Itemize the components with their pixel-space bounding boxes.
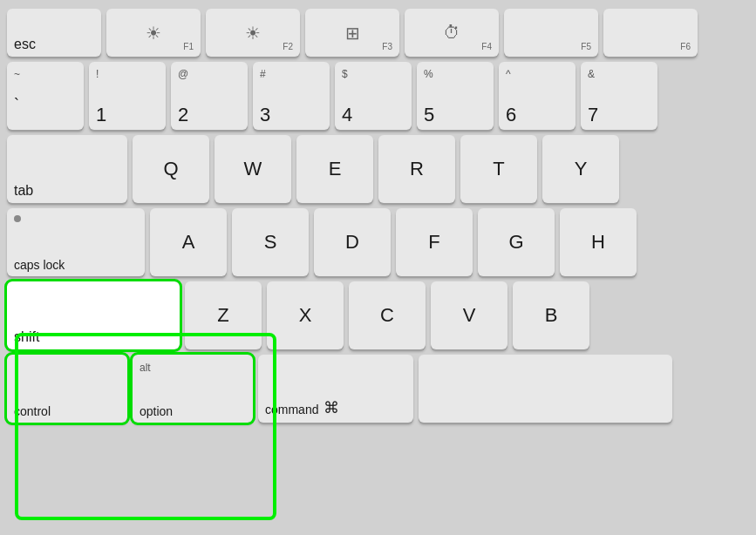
key-shift-left[interactable]: shift: [7, 281, 180, 349]
asdf-row-spacer: [642, 208, 749, 276]
key5-top: %: [424, 68, 433, 80]
key-a[interactable]: A: [150, 208, 227, 276]
tab-label: tab: [14, 184, 120, 198]
key-f[interactable]: F: [396, 208, 473, 276]
zxcv-row-spacer: [595, 281, 749, 349]
key3-main: 3: [260, 105, 323, 125]
key-tilde[interactable]: ~ `: [7, 62, 84, 130]
b-label: B: [545, 306, 558, 325]
qwerty-row-spacer: [624, 135, 749, 203]
caps-lock-led: [14, 215, 21, 222]
c-label: C: [380, 306, 394, 325]
key-y[interactable]: Y: [542, 135, 619, 203]
tilde-main: `: [14, 97, 19, 112]
num-row-spacer: [663, 62, 749, 130]
key-3[interactable]: # 3: [253, 62, 330, 130]
key7-main: 7: [588, 105, 650, 125]
key-d[interactable]: D: [314, 208, 391, 276]
f3-icon: ⊞: [345, 23, 360, 44]
f2-icon: ☀: [245, 23, 261, 44]
f2-label: F2: [283, 42, 293, 51]
key7-top: &: [588, 68, 595, 80]
f5-label: F5: [581, 42, 591, 51]
key-g[interactable]: G: [478, 208, 555, 276]
fn-row-spacer: [703, 9, 749, 57]
esc-label: esc: [14, 37, 94, 51]
key-x[interactable]: X: [267, 281, 344, 349]
capslock-label: caps lock: [14, 259, 138, 271]
key4-main: 4: [342, 105, 405, 125]
key-f2[interactable]: ☀ F2: [206, 9, 300, 57]
alt-label: alt: [140, 362, 151, 374]
row-num: ~ ` ! 1 @ 2 # 3 $ 4 % 5: [7, 62, 749, 130]
d-label: D: [345, 233, 359, 252]
key-f6[interactable]: F6: [603, 9, 698, 57]
row-asdf: caps lock A S D F G H: [7, 208, 749, 276]
key-h[interactable]: H: [560, 208, 637, 276]
t-label: T: [493, 159, 504, 179]
f4-label: F4: [481, 42, 492, 51]
y-label: Y: [575, 159, 588, 179]
row-fn: esc ☀ F1 ☀ F2 ⊞ F3 ⏱ F4 F5 F6: [7, 9, 749, 57]
w-label: W: [244, 159, 262, 179]
e-label: E: [329, 159, 342, 179]
key4-top: $: [342, 68, 348, 80]
a-label: A: [182, 233, 195, 252]
key-space[interactable]: [419, 355, 672, 423]
keyboard-outer: esc ☀ F1 ☀ F2 ⊞ F3 ⏱ F4 F5 F6: [0, 0, 756, 535]
key-f4[interactable]: ⏱ F4: [405, 9, 499, 57]
f1-label: F1: [183, 42, 194, 51]
shift-left-label: shift: [14, 330, 173, 344]
keyboard-container: esc ☀ F1 ☀ F2 ⊞ F3 ⏱ F4 F5 F6: [0, 0, 756, 535]
bottom-row-spacer: [678, 355, 749, 423]
q-label: Q: [163, 159, 178, 179]
key-2[interactable]: @ 2: [171, 62, 248, 130]
x-label: X: [299, 306, 312, 325]
g-label: G: [508, 233, 523, 252]
key-z[interactable]: Z: [185, 281, 262, 349]
key-c[interactable]: C: [349, 281, 426, 349]
f-label: F: [428, 233, 439, 252]
f1-icon: ☀: [146, 23, 161, 44]
key-5[interactable]: % 5: [417, 62, 494, 130]
key-option[interactable]: alt option: [133, 355, 253, 423]
key-v[interactable]: V: [431, 281, 507, 349]
key-t[interactable]: T: [460, 135, 537, 203]
key-e[interactable]: E: [296, 135, 373, 203]
key2-main: 2: [178, 105, 241, 125]
row-qwerty: tab Q W E R T Y: [7, 135, 749, 203]
key-q[interactable]: Q: [133, 135, 209, 203]
row-zxcv: shift Z X C V B: [7, 281, 749, 349]
key-f1[interactable]: ☀ F1: [106, 9, 201, 57]
key-f3[interactable]: ⊞ F3: [305, 9, 399, 57]
key-6[interactable]: ^ 6: [499, 62, 576, 130]
v-label: V: [463, 306, 476, 325]
key-r[interactable]: R: [378, 135, 455, 203]
h-label: H: [591, 233, 605, 252]
key-4[interactable]: $ 4: [335, 62, 412, 130]
key1-top: !: [96, 68, 99, 80]
command-label: command: [265, 403, 318, 416]
key-f5[interactable]: F5: [504, 9, 598, 57]
option-label: option: [140, 405, 246, 417]
key-1[interactable]: ! 1: [89, 62, 166, 130]
key-b[interactable]: B: [513, 281, 589, 349]
key-s[interactable]: S: [232, 208, 309, 276]
key2-top: @: [178, 68, 188, 80]
key6-main: 6: [506, 105, 569, 125]
key-7[interactable]: & 7: [581, 62, 657, 130]
r-label: R: [410, 159, 424, 179]
key-capslock[interactable]: caps lock: [7, 208, 145, 276]
f3-label: F3: [382, 42, 392, 51]
control-label: control: [14, 405, 120, 417]
key-tab[interactable]: tab: [7, 135, 127, 203]
key5-main: 5: [424, 105, 487, 125]
key-command[interactable]: command ⌘: [258, 355, 413, 423]
key-control[interactable]: control: [7, 355, 127, 423]
key-w[interactable]: W: [215, 135, 291, 203]
command-symbol: ⌘: [324, 400, 339, 416]
key6-top: ^: [506, 68, 511, 80]
tilde-top: ~: [14, 68, 20, 80]
key-esc[interactable]: esc: [7, 9, 101, 57]
row-bottom: control alt option command ⌘: [7, 355, 749, 423]
